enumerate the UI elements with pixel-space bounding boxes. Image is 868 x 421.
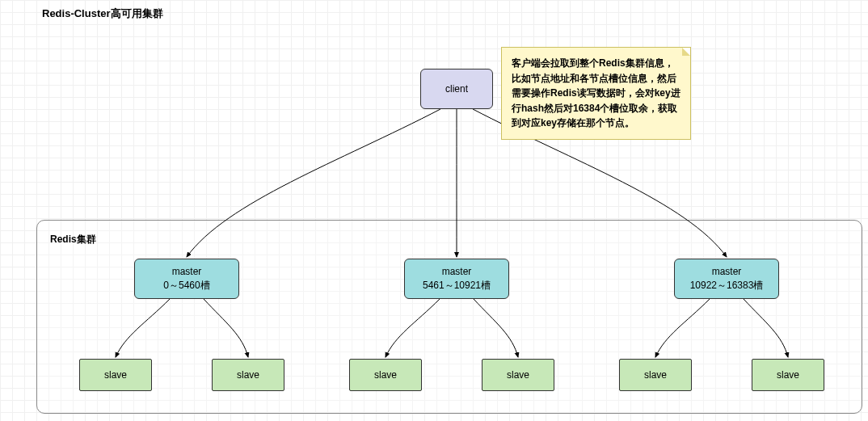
slave-node: slave (349, 359, 422, 391)
master-name: master (442, 265, 472, 279)
slave-node: slave (752, 359, 824, 391)
master-name: master (712, 265, 742, 279)
slave-label: slave (777, 369, 799, 381)
slave-node: slave (212, 359, 284, 391)
cluster-container (36, 220, 862, 414)
slave-label: slave (507, 369, 529, 381)
slave-label: slave (374, 369, 397, 381)
master-node-1: master 5461～10921槽 (404, 259, 509, 299)
slave-label: slave (644, 369, 667, 381)
master-name: master (172, 265, 202, 279)
slave-node: slave (79, 359, 152, 391)
master-node-2: master 10922～16383槽 (674, 259, 779, 299)
cluster-label: Redis集群 (50, 233, 96, 246)
slave-node: slave (619, 359, 692, 391)
slave-label: slave (237, 369, 259, 381)
diagram-title: Redis-Cluster高可用集群 (42, 6, 163, 21)
master-slots: 0～5460槽 (163, 279, 209, 293)
master-slots: 5461～10921槽 (423, 279, 491, 293)
master-node-0: master 0～5460槽 (134, 259, 239, 299)
client-node: client (420, 69, 493, 109)
client-label: client (445, 83, 468, 95)
master-slots: 10922～16383槽 (690, 279, 764, 293)
annotation-note: 客户端会拉取到整个Redis集群信息，比如节点地址和各节点槽位信息，然后需要操作… (501, 47, 691, 140)
slave-label: slave (104, 369, 127, 381)
slave-node: slave (482, 359, 554, 391)
